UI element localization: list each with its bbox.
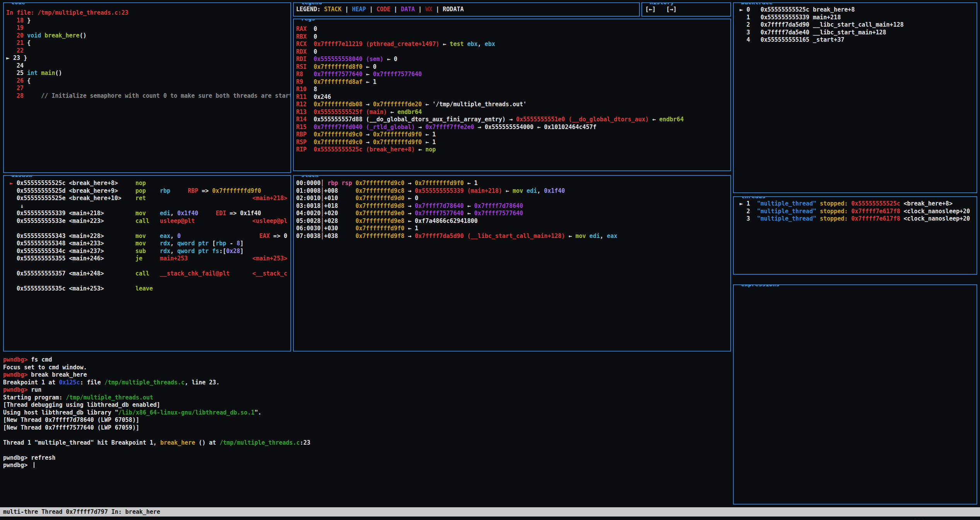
thread-row: 2 "multiple_thread" stopped: 0x7ffff7e61… bbox=[736, 208, 974, 216]
stack-panel: stack 00:0000│ rbp rsp 0x7fffffffd9c0 → … bbox=[293, 175, 731, 352]
registers-panel: regs RAX 0RBX 0RCX 0x7ffff7e11219 (pthre… bbox=[293, 19, 731, 171]
memory-legend: LEGEND: STACK | HEAP | CODE | DATA | WX … bbox=[294, 3, 639, 17]
terminal-line: Thread 1 "multiple_thread" hit Breakpoin… bbox=[3, 439, 730, 447]
terminal-line: pwndbg> refresh bbox=[3, 454, 730, 462]
gdb-status-bar: multi-thre Thread 0x7ffff7d797 In: break… bbox=[0, 507, 980, 517]
terminal-line bbox=[3, 447, 730, 454]
stack-row: 00:0000│ rbp rsp 0x7fffffffd9c0 → 0x7fff… bbox=[296, 180, 728, 187]
disassembly-view: ► 0x55555555525c <break_here+8> nop 0x55… bbox=[4, 176, 290, 352]
stack-row: 07:0038│+038 0x7fffffffd9f8 → 0x7ffff7da… bbox=[296, 233, 728, 240]
register-row: RSI 0x7fffffffd8f0 ← 0 bbox=[296, 63, 728, 71]
register-row: R15 0x7ffff7ffd040 (_rtld_global) → 0x7f… bbox=[296, 124, 728, 131]
terminal-line: pwndbg> bbox=[3, 462, 730, 469]
register-row: R14 0x555555557d88 (__do_global_dtors_au… bbox=[296, 116, 728, 124]
threads-view: ► 1 "multiple_thread" stopped: 0x5555555… bbox=[734, 197, 977, 275]
disasm-line: 0x555555555348 <main+233> mov rdx, qword… bbox=[6, 240, 288, 248]
stack-row: 02:0010│+010 0x7fffffffd9d0 ← 0 bbox=[296, 195, 728, 202]
source-line: 27 bbox=[6, 85, 288, 92]
disasm-line bbox=[6, 263, 288, 270]
register-row: RDI 0x555555558040 (sem) ← 0 bbox=[296, 56, 728, 63]
register-row: R13 0x55555555525f (main) ← endbr64 bbox=[296, 109, 728, 116]
history-back-button[interactable]: [←] bbox=[645, 6, 656, 13]
terminal-line: [New Thread 0x7ffff7d78640 (LWP 67058)] bbox=[3, 416, 730, 424]
source-line: 22 bbox=[6, 47, 288, 55]
thread-row: ► 1 "multiple_thread" stopped: 0x5555555… bbox=[736, 200, 974, 208]
gdb-command-terminal[interactable]: pwndbg> fs cmdFocus set to cmd window.pw… bbox=[3, 356, 730, 505]
register-row: R9 0x7fffffffd8af ← 1 bbox=[296, 78, 728, 86]
stack-row: 05:0028│+028 0x7fffffffd9e8 ← 0xf7a4866c… bbox=[296, 218, 728, 225]
register-row: RAX 0 bbox=[296, 25, 728, 33]
source-line: 24 bbox=[6, 62, 288, 70]
register-row: RCX 0x7ffff7e11219 (pthread_create+1497)… bbox=[296, 41, 728, 48]
backtrace-frame: ► 0 0x55555555525c break_here+8 bbox=[736, 6, 974, 14]
stack-view: 00:0000│ rbp rsp 0x7fffffffd9c0 → 0x7fff… bbox=[294, 176, 730, 352]
disasm-line: 0x55555555534c <main+237> sub rdx, qword… bbox=[6, 248, 288, 255]
disasm-line: 0x555555555343 <main+228> mov eax, 0EAX … bbox=[6, 233, 288, 240]
backtrace-panel: backtrace ► 0 0x55555555525c break_here+… bbox=[733, 2, 977, 193]
disasm-line: 0x555555555357 <main+248> call __stack_c… bbox=[6, 270, 288, 278]
register-row: R8 0x7ffff7577640 ← 0x7ffff7577640 bbox=[296, 71, 728, 78]
threads-panel: threads ► 1 "multiple_thread" stopped: 0… bbox=[733, 196, 977, 275]
terminal-line: Starting program: /tmp/multiple_threads.… bbox=[3, 394, 730, 402]
backtrace-frame: 1 0x555555555339 main+218 bbox=[736, 14, 974, 22]
backtrace-frame: 3 0x7ffff7da5e40 __libc_start_main+128 bbox=[736, 29, 974, 37]
source-line: In file: /tmp/multiple_threads.c:23 bbox=[6, 9, 288, 17]
terminal-line: Focus set to cmd window. bbox=[3, 364, 730, 372]
status-line-indicator: L23 bbox=[914, 518, 924, 520]
source-code-view: In file: /tmp/multiple_threads.c:23 18 }… bbox=[4, 3, 290, 173]
backtrace-frame: 4 0x555555555165 _start+37 bbox=[736, 36, 974, 44]
source-line: 18 } bbox=[6, 17, 288, 25]
thread-row: 3 "multiple_thread" stopped: 0x7ffff7e61… bbox=[736, 215, 974, 223]
terminal-line bbox=[3, 432, 730, 439]
legend-panel: legend LEGEND: STACK | HEAP | CODE | DAT… bbox=[293, 2, 640, 17]
disasm-line: 0x55555555535c <main+253> leave bbox=[6, 285, 288, 293]
source-line: 28 // Initialize semaphore with count 0 … bbox=[6, 92, 288, 100]
register-row: RBX 0 bbox=[296, 33, 728, 41]
history-panel: history [←] [→] bbox=[641, 2, 731, 17]
backtrace-view: ► 0 0x55555555525c break_here+8 1 0x5555… bbox=[734, 3, 977, 193]
stack-row: 06:0030│+030 0x7fffffffd9f0 ← 1 bbox=[296, 225, 728, 233]
source-line: 19 bbox=[6, 24, 288, 32]
history-forward-button[interactable]: [→] bbox=[666, 6, 677, 13]
disassembly-panel: disasm ► 0x55555555525c <break_here+8> n… bbox=[3, 175, 291, 352]
register-row: R10 8 bbox=[296, 86, 728, 93]
expressions-panel: expressions bbox=[733, 284, 977, 505]
register-row: RIP 0x55555555525c (break_here+8) ← nop bbox=[296, 146, 728, 154]
pwndbg-tui: { "palette": { "background": "#0b0c10", … bbox=[0, 0, 980, 520]
terminal-line: [Thread debugging using libthread_db ena… bbox=[3, 401, 730, 409]
disasm-line: 0x555555555339 <main+218> mov edi, 0x1f4… bbox=[6, 210, 288, 218]
disasm-line bbox=[6, 278, 288, 285]
register-row: R12 0x7fffffffdb08 → 0x7fffffffde20 ← '/… bbox=[296, 101, 728, 109]
register-row: RDX 0 bbox=[296, 48, 728, 56]
disasm-line: ↓ bbox=[6, 202, 288, 210]
terminal-line: Breakpoint 1 at 0x125c: file /tmp/multip… bbox=[3, 379, 730, 387]
stack-row: 04:0020│+020 0x7fffffffd9e0 → 0x7ffff757… bbox=[296, 210, 728, 218]
register-row: RBP 0x7fffffffd9c0 → 0x7fffffffd9f0 ← 1 bbox=[296, 131, 728, 139]
disasm-line: 0x55555555533e <main+223> call usleep@pl… bbox=[6, 218, 288, 225]
disasm-line: 0x55555555525d <break_here+9> pop rbp RB… bbox=[6, 187, 288, 195]
terminal-line: pwndbg> break break_here bbox=[3, 371, 730, 379]
disasm-line bbox=[6, 225, 288, 233]
source-line: 25 int main() bbox=[6, 70, 288, 77]
stack-row: 01:0008│+008 0x7fffffffd9c8 → 0x55555555… bbox=[296, 187, 728, 195]
source-line: 26 { bbox=[6, 77, 288, 85]
source-line: 21 { bbox=[6, 39, 288, 47]
backtrace-frame: 2 0x7ffff7da5d90 __libc_start_call_main+… bbox=[736, 21, 974, 29]
disasm-line: 0x55555555525e <break_here+10> ret<main+… bbox=[6, 195, 288, 202]
stack-row: 03:0018│+018 0x7fffffffd9d8 → 0x7ffff7d7… bbox=[296, 202, 728, 210]
legend-line: LEGEND: STACK | HEAP | CODE | DATA | WX … bbox=[296, 6, 637, 14]
terminal-line: pwndbg> fs cmd bbox=[3, 356, 730, 364]
text-cursor bbox=[34, 462, 34, 468]
terminal-line: [New Thread 0x7ffff7577640 (LWP 67059)] bbox=[3, 424, 730, 432]
source-line: ► 23 } bbox=[6, 54, 288, 62]
register-row: R11 0x246 bbox=[296, 93, 728, 101]
disasm-line: 0x555555555355 <main+246> je main+253<ma… bbox=[6, 255, 288, 263]
source-line: 20 void break_here() bbox=[6, 32, 288, 40]
terminal-line: Using host libthread_db library "/lib/x8… bbox=[3, 409, 730, 417]
register-row: RSP 0x7fffffffd9c0 → 0x7fffffffd9f0 ← 1 bbox=[296, 139, 728, 146]
status-thread-info: multi-thre Thread 0x7ffff7d797 In: break… bbox=[3, 507, 160, 517]
registers-view: RAX 0RBX 0RCX 0x7ffff7e11219 (pthread_cr… bbox=[294, 19, 730, 171]
terminal-line: pwndbg> run bbox=[3, 386, 730, 394]
disasm-line: ► 0x55555555525c <break_here+8> nop bbox=[6, 180, 288, 187]
expressions-view bbox=[734, 285, 977, 504]
